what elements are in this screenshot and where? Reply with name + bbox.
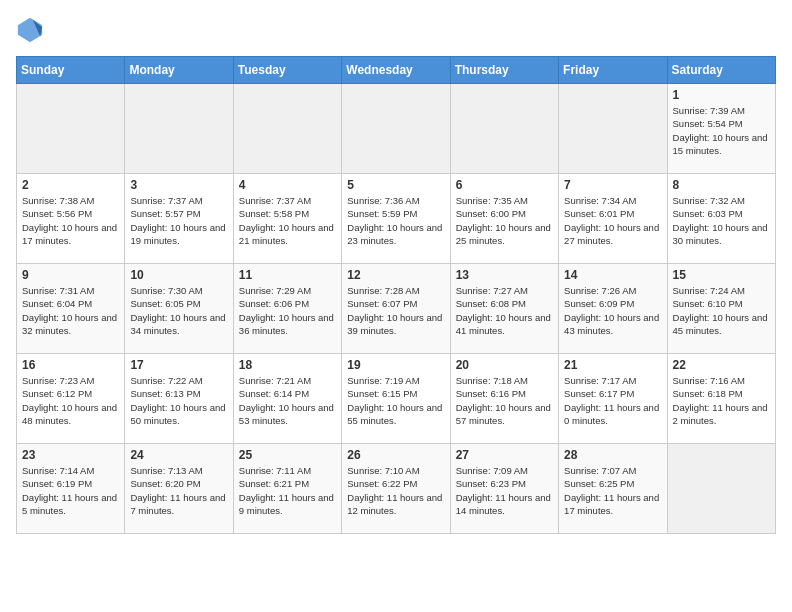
calendar-cell: 3Sunrise: 7:37 AM Sunset: 5:57 PM Daylig… xyxy=(125,174,233,264)
calendar-cell: 1Sunrise: 7:39 AM Sunset: 5:54 PM Daylig… xyxy=(667,84,775,174)
day-number: 13 xyxy=(456,268,553,282)
calendar-cell xyxy=(559,84,667,174)
day-number: 19 xyxy=(347,358,444,372)
day-info: Sunrise: 7:30 AM Sunset: 6:05 PM Dayligh… xyxy=(130,284,227,337)
calendar-week-row: 23Sunrise: 7:14 AM Sunset: 6:19 PM Dayli… xyxy=(17,444,776,534)
calendar-cell xyxy=(233,84,341,174)
page-header xyxy=(16,16,776,44)
day-info: Sunrise: 7:26 AM Sunset: 6:09 PM Dayligh… xyxy=(564,284,661,337)
day-info: Sunrise: 7:07 AM Sunset: 6:25 PM Dayligh… xyxy=(564,464,661,517)
day-info: Sunrise: 7:37 AM Sunset: 5:58 PM Dayligh… xyxy=(239,194,336,247)
day-info: Sunrise: 7:34 AM Sunset: 6:01 PM Dayligh… xyxy=(564,194,661,247)
weekday-header-row: SundayMondayTuesdayWednesdayThursdayFrid… xyxy=(17,57,776,84)
calendar-cell xyxy=(17,84,125,174)
day-info: Sunrise: 7:31 AM Sunset: 6:04 PM Dayligh… xyxy=(22,284,119,337)
calendar-table: SundayMondayTuesdayWednesdayThursdayFrid… xyxy=(16,56,776,534)
calendar-cell: 24Sunrise: 7:13 AM Sunset: 6:20 PM Dayli… xyxy=(125,444,233,534)
calendar-cell: 25Sunrise: 7:11 AM Sunset: 6:21 PM Dayli… xyxy=(233,444,341,534)
calendar-cell: 7Sunrise: 7:34 AM Sunset: 6:01 PM Daylig… xyxy=(559,174,667,264)
calendar-cell: 28Sunrise: 7:07 AM Sunset: 6:25 PM Dayli… xyxy=(559,444,667,534)
calendar-cell: 12Sunrise: 7:28 AM Sunset: 6:07 PM Dayli… xyxy=(342,264,450,354)
weekday-header: Tuesday xyxy=(233,57,341,84)
day-info: Sunrise: 7:24 AM Sunset: 6:10 PM Dayligh… xyxy=(673,284,770,337)
day-info: Sunrise: 7:27 AM Sunset: 6:08 PM Dayligh… xyxy=(456,284,553,337)
day-number: 8 xyxy=(673,178,770,192)
day-number: 10 xyxy=(130,268,227,282)
calendar-cell: 22Sunrise: 7:16 AM Sunset: 6:18 PM Dayli… xyxy=(667,354,775,444)
calendar-cell: 6Sunrise: 7:35 AM Sunset: 6:00 PM Daylig… xyxy=(450,174,558,264)
day-number: 17 xyxy=(130,358,227,372)
day-number: 9 xyxy=(22,268,119,282)
day-number: 14 xyxy=(564,268,661,282)
day-number: 27 xyxy=(456,448,553,462)
calendar-cell xyxy=(342,84,450,174)
calendar-cell: 2Sunrise: 7:38 AM Sunset: 5:56 PM Daylig… xyxy=(17,174,125,264)
day-number: 20 xyxy=(456,358,553,372)
day-number: 5 xyxy=(347,178,444,192)
weekday-header: Wednesday xyxy=(342,57,450,84)
day-number: 26 xyxy=(347,448,444,462)
day-number: 24 xyxy=(130,448,227,462)
calendar-cell: 23Sunrise: 7:14 AM Sunset: 6:19 PM Dayli… xyxy=(17,444,125,534)
calendar-week-row: 1Sunrise: 7:39 AM Sunset: 5:54 PM Daylig… xyxy=(17,84,776,174)
day-number: 16 xyxy=(22,358,119,372)
calendar-cell: 17Sunrise: 7:22 AM Sunset: 6:13 PM Dayli… xyxy=(125,354,233,444)
day-number: 7 xyxy=(564,178,661,192)
day-info: Sunrise: 7:37 AM Sunset: 5:57 PM Dayligh… xyxy=(130,194,227,247)
day-info: Sunrise: 7:35 AM Sunset: 6:00 PM Dayligh… xyxy=(456,194,553,247)
day-info: Sunrise: 7:19 AM Sunset: 6:15 PM Dayligh… xyxy=(347,374,444,427)
calendar-cell: 4Sunrise: 7:37 AM Sunset: 5:58 PM Daylig… xyxy=(233,174,341,264)
calendar-cell: 9Sunrise: 7:31 AM Sunset: 6:04 PM Daylig… xyxy=(17,264,125,354)
logo-icon xyxy=(16,16,44,44)
day-info: Sunrise: 7:21 AM Sunset: 6:14 PM Dayligh… xyxy=(239,374,336,427)
day-info: Sunrise: 7:36 AM Sunset: 5:59 PM Dayligh… xyxy=(347,194,444,247)
calendar-cell: 18Sunrise: 7:21 AM Sunset: 6:14 PM Dayli… xyxy=(233,354,341,444)
day-info: Sunrise: 7:32 AM Sunset: 6:03 PM Dayligh… xyxy=(673,194,770,247)
day-number: 25 xyxy=(239,448,336,462)
day-info: Sunrise: 7:14 AM Sunset: 6:19 PM Dayligh… xyxy=(22,464,119,517)
calendar-cell: 19Sunrise: 7:19 AM Sunset: 6:15 PM Dayli… xyxy=(342,354,450,444)
day-number: 22 xyxy=(673,358,770,372)
calendar-cell: 13Sunrise: 7:27 AM Sunset: 6:08 PM Dayli… xyxy=(450,264,558,354)
calendar-week-row: 16Sunrise: 7:23 AM Sunset: 6:12 PM Dayli… xyxy=(17,354,776,444)
calendar-cell: 10Sunrise: 7:30 AM Sunset: 6:05 PM Dayli… xyxy=(125,264,233,354)
day-number: 12 xyxy=(347,268,444,282)
calendar-cell: 20Sunrise: 7:18 AM Sunset: 6:16 PM Dayli… xyxy=(450,354,558,444)
weekday-header: Monday xyxy=(125,57,233,84)
day-number: 11 xyxy=(239,268,336,282)
calendar-cell: 27Sunrise: 7:09 AM Sunset: 6:23 PM Dayli… xyxy=(450,444,558,534)
calendar-cell xyxy=(125,84,233,174)
day-info: Sunrise: 7:28 AM Sunset: 6:07 PM Dayligh… xyxy=(347,284,444,337)
calendar-cell: 11Sunrise: 7:29 AM Sunset: 6:06 PM Dayli… xyxy=(233,264,341,354)
calendar-cell: 26Sunrise: 7:10 AM Sunset: 6:22 PM Dayli… xyxy=(342,444,450,534)
weekday-header: Friday xyxy=(559,57,667,84)
day-number: 1 xyxy=(673,88,770,102)
day-info: Sunrise: 7:16 AM Sunset: 6:18 PM Dayligh… xyxy=(673,374,770,427)
day-info: Sunrise: 7:38 AM Sunset: 5:56 PM Dayligh… xyxy=(22,194,119,247)
day-number: 6 xyxy=(456,178,553,192)
calendar-week-row: 9Sunrise: 7:31 AM Sunset: 6:04 PM Daylig… xyxy=(17,264,776,354)
day-info: Sunrise: 7:39 AM Sunset: 5:54 PM Dayligh… xyxy=(673,104,770,157)
day-number: 3 xyxy=(130,178,227,192)
day-info: Sunrise: 7:09 AM Sunset: 6:23 PM Dayligh… xyxy=(456,464,553,517)
day-number: 21 xyxy=(564,358,661,372)
day-info: Sunrise: 7:23 AM Sunset: 6:12 PM Dayligh… xyxy=(22,374,119,427)
day-number: 4 xyxy=(239,178,336,192)
weekday-header: Thursday xyxy=(450,57,558,84)
calendar-cell: 8Sunrise: 7:32 AM Sunset: 6:03 PM Daylig… xyxy=(667,174,775,264)
day-number: 28 xyxy=(564,448,661,462)
calendar-cell: 16Sunrise: 7:23 AM Sunset: 6:12 PM Dayli… xyxy=(17,354,125,444)
day-number: 15 xyxy=(673,268,770,282)
calendar-cell xyxy=(450,84,558,174)
day-info: Sunrise: 7:10 AM Sunset: 6:22 PM Dayligh… xyxy=(347,464,444,517)
calendar-cell: 5Sunrise: 7:36 AM Sunset: 5:59 PM Daylig… xyxy=(342,174,450,264)
weekday-header: Saturday xyxy=(667,57,775,84)
calendar-cell xyxy=(667,444,775,534)
day-info: Sunrise: 7:29 AM Sunset: 6:06 PM Dayligh… xyxy=(239,284,336,337)
day-number: 18 xyxy=(239,358,336,372)
day-info: Sunrise: 7:11 AM Sunset: 6:21 PM Dayligh… xyxy=(239,464,336,517)
day-number: 23 xyxy=(22,448,119,462)
calendar-week-row: 2Sunrise: 7:38 AM Sunset: 5:56 PM Daylig… xyxy=(17,174,776,264)
day-info: Sunrise: 7:13 AM Sunset: 6:20 PM Dayligh… xyxy=(130,464,227,517)
day-info: Sunrise: 7:17 AM Sunset: 6:17 PM Dayligh… xyxy=(564,374,661,427)
